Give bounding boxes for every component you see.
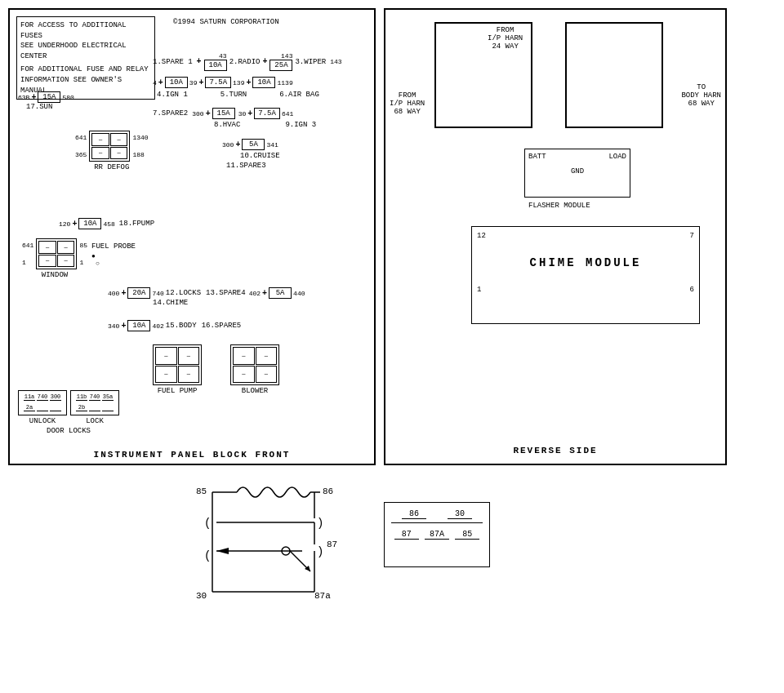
hvac-label: 8.HVAC [214,121,240,129]
spare2-label: 7.SPARE2 [153,109,188,118]
fuse-5a-chime: 5A [269,287,292,299]
svg-text:(: ( [204,549,211,562]
reverse-side-title: REVERSE SIDE [513,446,597,455]
body-label: 15.BODY [166,322,197,330]
fuel-probe-label: FUEL PROBE ● ○ [91,242,136,267]
notice-box: FOR ACCESS TO ADDITIONAL FUSES SEE UNDER… [16,16,155,100]
relay-terminal-box-area: 86 30 87 87A 85 [384,502,490,567]
fuse-10a-fpump: 10A [78,218,101,229]
fuse-row-2: 4 + 10A 39 + 7.5A 139 + 10A 1139 4.IGN 1… [153,77,366,99]
terminal-87a: 87A [425,530,449,540]
notice-line1: FOR ACCESS TO ADDITIONAL FUSES [20,20,151,41]
window-label: WINDOW [22,271,87,279]
chime-corner-tr: 7 [690,232,694,240]
rr-defog-area: 641 365 — — — — 1340 188 RR DEFOG [75,131,149,171]
fuse-10a-airbag: 10A [252,77,275,88]
flasher-gnd: GND [528,167,626,175]
radio-label: 2.RADIO [229,58,261,66]
fuse-row-1: 1.SPARE 1 + 43 10A 2.RADIO + 143 25A 3.W… [153,52,366,75]
relay-terminal-box: 86 30 87 87A 85 [384,502,490,567]
notice-line4: FOR ADDITIONAL FUSE AND RELAY [20,64,151,75]
fuse-row-5: 400 + 20A 740 12.LOCKS 13.SPARE4 402 + 5… [108,287,366,307]
svg-marker-12 [216,548,229,554]
spare5-label: 16.SPARE5 [202,322,242,330]
airbag-label: 6.AIR BAG [279,91,319,99]
ign3-label: 9.IGN 3 [285,121,316,129]
connector-body-harn [565,22,663,128]
terminal-30: 30 [448,509,472,519]
rr-defog-relay: — — — — [89,131,130,162]
left-panel: FOR ACCESS TO ADDITIONAL FUSES SEE UNDER… [8,8,376,465]
fuse-5a-cruise: 5A [242,139,265,150]
lock-box: 11b 740 35a 2b LOCK [70,390,119,425]
window-area: 641 1 — — — — 85 1 WINDOW [22,238,87,279]
fuse-10a-body: 10A [127,320,150,331]
blower-relay: — — — — [230,344,279,385]
door-locks-area: 11a 740 300 2a UNLOCK [18,390,119,435]
svg-text:(: ( [204,517,211,530]
fuse-75a-turn: 7.5A [205,77,231,88]
door-locks-label: DOOR LOCKS [18,427,119,435]
svg-text:86: 86 [323,486,333,496]
svg-text:): ) [317,545,323,558]
bottom-section: 85 86 87 30 87a ( ( [8,478,776,600]
body-harn-right-label: TO BODY HARN 68 WAY [681,83,721,108]
svg-text:87a: 87a [314,591,331,601]
turn-label: 5.TURN [220,91,247,99]
flasher-batt: BATT [528,153,546,161]
fuse-row-4: 300 + 5A 341 10.CRUISE 11.SPARE3 [222,139,366,170]
locks-label: 12.LOCKS [166,289,201,297]
fuel-pump-relay: — — — — [153,344,202,385]
chime-module-title: CHIME MODULE [477,256,694,269]
fuse-15a-hvac: 15A [212,108,235,119]
chime-corner-br: 6 [690,286,694,294]
terminal-86: 86 [402,509,426,519]
right-panel: FROM I/P HARN 24 WAY FROM I/P HARN 68 WA… [384,8,727,465]
lock-label: LOCK [70,417,119,425]
unlock-label: UNLOCK [18,417,67,425]
chime-module-box: 12 7 CHIME MODULE 1 6 [471,226,700,324]
copyright-text: ©1994 SATURN CORPORATION [173,18,279,26]
fpump-row: 120 + 10A 458 18.FPUMP [59,218,366,229]
relay-wiring-svg: 85 86 87 30 87a ( ( [188,478,351,608]
svg-text:85: 85 [196,486,207,496]
unlock-box: 11a 740 300 2a UNLOCK [18,390,67,425]
flasher-module-label: FLASHER MODULE [528,202,590,210]
fuel-pump-label: FUEL PUMP [153,387,202,395]
wiper-label: 3.WIPER [295,58,326,66]
blower-label: BLOWER [230,387,279,395]
fuse-row-6: 340 + 10A 402 15.BODY 16.SPARE5 [108,320,366,333]
spare3-label: 11.SPARE3 [226,162,266,170]
relay-diagram: 85 86 87 30 87a ( ( [188,478,351,600]
fuse-row-3: 7.SPARE2 300 + 15A 30 + 7.5A 641 8.HVAC … [153,108,366,129]
fuse-15a-sun: 15A [38,91,60,103]
sun-fuse-area: 63B + 15A 580 17.SUN [18,91,74,111]
spare1-label: 1.SPARE 1 [153,58,193,66]
fuse-75a-ign3: 7.5A [254,108,280,119]
page-container: FOR ACCESS TO ADDITIONAL FUSES SEE UNDER… [0,0,784,693]
terminal-85: 85 [455,530,479,540]
fuel-pump-area: — — — — FUEL PUMP [153,344,202,395]
fuse-20a-locks: 20A [127,287,150,299]
terminal-87: 87 [394,530,419,540]
fuse-10a-radio: 10A [204,60,227,71]
chime-fuse-label: 14.CHIME [153,299,188,307]
left-panel-title: INSTRUMENT PANEL BLOCK FRONT [94,450,291,460]
svg-text:87: 87 [327,540,337,549]
notice-line2: SEE UNDERHOOD ELECTRICAL CENTER [20,41,151,61]
blower-area: — — — — BLOWER [230,344,279,395]
spare4-label: 13.SPARE4 [206,289,246,297]
fpump-label: 18.FPUMP [119,220,154,228]
rr-defog-label: RR DEFOG [75,163,149,171]
window-relay: — — — — [36,238,77,269]
ign1-label: 4.IGN 1 [157,91,188,99]
cruise-label: 10.CRUISE [240,152,280,160]
flasher-load: LOAD [608,153,626,161]
ip-harn-left-label: FROM I/P HARN 68 WAY [390,91,425,116]
ip-harn-top-label: FROM I/P HARN 24 WAY [488,26,523,51]
fuse-25a-wiper: 25A [270,60,292,71]
fuse-10a-ign1: 10A [165,77,188,88]
top-section: FOR ACCESS TO ADDITIONAL FUSES SEE UNDER… [8,8,776,465]
svg-text:): ) [317,517,323,530]
flasher-module-box: BATT LOAD GND [524,149,630,198]
